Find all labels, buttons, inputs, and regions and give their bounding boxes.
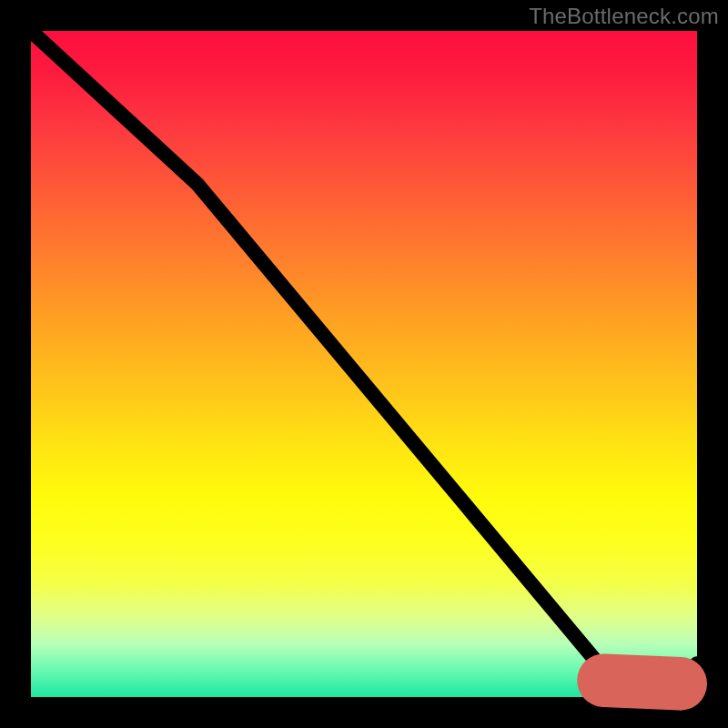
dashed-end-dot [672, 676, 689, 693]
bottleneck-curve [31, 31, 697, 691]
watermark-text: TheBottleneck.com [529, 4, 719, 29]
chart-stage: TheBottleneck.com [0, 0, 728, 728]
curve-svg [31, 31, 697, 697]
dashed-flat-segment [604, 681, 681, 684]
plot-area [31, 31, 697, 697]
